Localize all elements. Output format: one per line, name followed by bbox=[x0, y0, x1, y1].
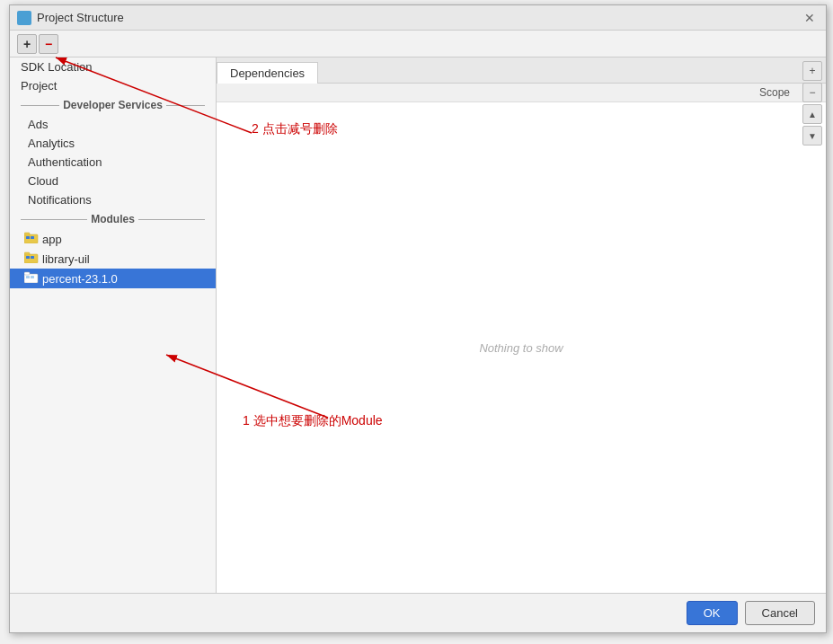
svg-rect-2 bbox=[19, 19, 23, 23]
right-panel: Dependencies Scope + − ▲ ▼ Nothing to sh… bbox=[217, 57, 826, 593]
close-button[interactable]: ✕ bbox=[801, 9, 819, 27]
remove-button[interactable]: − bbox=[39, 34, 58, 54]
sidebar-item-cloud[interactable]: Cloud bbox=[10, 172, 216, 190]
folder-icon-percent bbox=[24, 271, 39, 286]
svg-rect-6 bbox=[26, 236, 30, 239]
sidebar-item-ads[interactable]: Ads bbox=[10, 115, 216, 134]
sidebar-item-sdk[interactable]: SDK Location bbox=[10, 57, 216, 76]
title-bar-left: Project Structure bbox=[17, 11, 124, 25]
sidebar-item-authentication[interactable]: Authentication bbox=[10, 153, 216, 172]
svg-rect-9 bbox=[24, 252, 30, 255]
sidebar: SDK Location Project Developer Services … bbox=[10, 57, 217, 593]
toolbar: + − bbox=[10, 31, 826, 57]
sdk-label: SDK Location bbox=[21, 60, 93, 74]
footer: OK Cancel bbox=[10, 593, 826, 632]
sidebar-item-notifications[interactable]: Notifications bbox=[10, 190, 216, 209]
dialog-window: Project Structure ✕ + − SDK Location Pro… bbox=[9, 4, 827, 633]
authentication-label: Authentication bbox=[28, 155, 102, 169]
panel-up-button[interactable]: ▲ bbox=[802, 104, 822, 124]
analytics-label: Analytics bbox=[28, 137, 75, 150]
tabs-bar: Dependencies bbox=[217, 57, 826, 84]
scope-header: Scope bbox=[759, 86, 799, 99]
sidebar-item-project[interactable]: Project bbox=[10, 76, 216, 95]
table-body: Nothing to show bbox=[217, 102, 826, 593]
add-button[interactable]: + bbox=[17, 34, 37, 54]
app-label: app bbox=[42, 233, 62, 246]
app-icon bbox=[17, 11, 31, 25]
svg-rect-1 bbox=[25, 13, 30, 17]
sidebar-item-analytics[interactable]: Analytics bbox=[10, 134, 216, 153]
ads-label: Ads bbox=[28, 118, 48, 131]
window-title: Project Structure bbox=[37, 11, 124, 24]
cloud-label: Cloud bbox=[28, 174, 58, 188]
cancel-button[interactable]: Cancel bbox=[745, 601, 815, 625]
svg-rect-14 bbox=[26, 276, 30, 278]
main-content: SDK Location Project Developer Services … bbox=[10, 57, 826, 593]
svg-rect-11 bbox=[31, 256, 34, 259]
panel-add-button[interactable]: + bbox=[802, 61, 822, 81]
title-bar: Project Structure ✕ bbox=[10, 5, 826, 31]
modules-header: Modules bbox=[10, 209, 216, 229]
project-label: Project bbox=[21, 79, 57, 93]
library-label: library-uil bbox=[42, 252, 90, 266]
svg-rect-3 bbox=[25, 19, 30, 23]
ok-button[interactable]: OK bbox=[687, 601, 738, 625]
sidebar-item-app[interactable]: app bbox=[10, 229, 216, 249]
tab-dependencies[interactable]: Dependencies bbox=[217, 62, 318, 84]
empty-message: Nothing to show bbox=[479, 341, 563, 355]
svg-rect-5 bbox=[24, 233, 30, 235]
folder-icon-app bbox=[24, 232, 39, 246]
panel-down-button[interactable]: ▼ bbox=[802, 126, 822, 146]
folder-icon-library bbox=[24, 251, 39, 266]
percent-label: percent-23.1.0 bbox=[42, 272, 118, 286]
svg-rect-7 bbox=[31, 236, 34, 239]
sidebar-item-library[interactable]: library-uil bbox=[10, 249, 216, 269]
svg-rect-0 bbox=[19, 13, 23, 17]
developer-services-header: Developer Services bbox=[10, 95, 216, 115]
svg-rect-15 bbox=[31, 276, 34, 278]
sidebar-item-percent[interactable]: percent-23.1.0 bbox=[10, 269, 216, 288]
table-header: Scope bbox=[217, 84, 826, 102]
svg-rect-10 bbox=[26, 256, 30, 259]
right-panel-toolbar: + − ▲ ▼ bbox=[799, 57, 826, 149]
panel-remove-button[interactable]: − bbox=[802, 83, 822, 102]
svg-rect-13 bbox=[24, 272, 30, 275]
notifications-label: Notifications bbox=[28, 193, 92, 207]
